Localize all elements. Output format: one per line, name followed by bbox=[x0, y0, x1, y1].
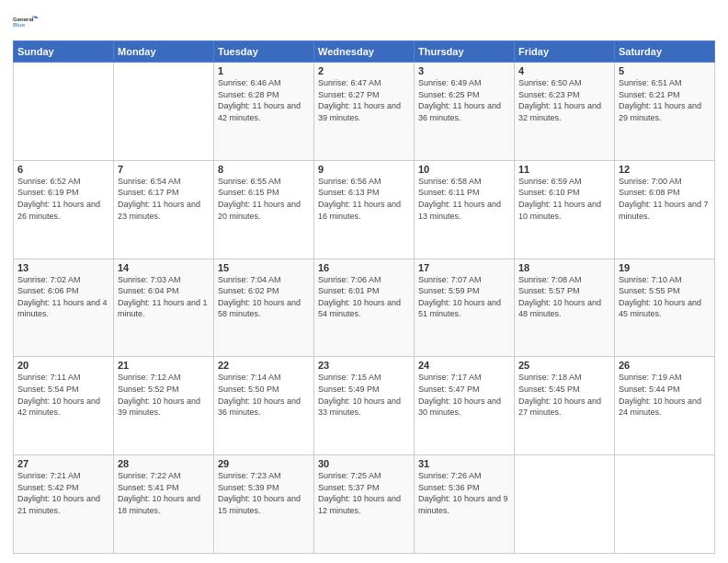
svg-text:General: General bbox=[13, 17, 34, 22]
day-info: Sunrise: 7:03 AM Sunset: 6:04 PM Dayligh… bbox=[118, 274, 210, 320]
day-number: 21 bbox=[118, 360, 210, 371]
day-number: 17 bbox=[418, 262, 510, 273]
day-info: Sunrise: 7:19 AM Sunset: 5:44 PM Dayligh… bbox=[619, 372, 711, 418]
day-info: Sunrise: 6:47 AM Sunset: 6:27 PM Dayligh… bbox=[318, 77, 410, 123]
calendar-cell: 3Sunrise: 6:49 AM Sunset: 6:25 PM Daylig… bbox=[415, 63, 515, 161]
calendar-cell: 1Sunrise: 6:46 AM Sunset: 6:28 PM Daylig… bbox=[214, 63, 314, 161]
page: GeneralBlue SundayMondayTuesdayWednesday… bbox=[0, 0, 728, 563]
calendar-cell: 25Sunrise: 7:18 AM Sunset: 5:45 PM Dayli… bbox=[515, 357, 615, 455]
calendar-cell: 28Sunrise: 7:22 AM Sunset: 5:41 PM Dayli… bbox=[114, 455, 214, 554]
day-info: Sunrise: 6:51 AM Sunset: 6:21 PM Dayligh… bbox=[619, 77, 711, 123]
weekday-header-friday: Friday bbox=[515, 41, 615, 63]
calendar-week-4: 20Sunrise: 7:11 AM Sunset: 5:54 PM Dayli… bbox=[14, 357, 715, 455]
day-number: 30 bbox=[318, 458, 410, 469]
day-info: Sunrise: 6:56 AM Sunset: 6:13 PM Dayligh… bbox=[318, 176, 410, 222]
logo-icon: GeneralBlue bbox=[13, 9, 39, 35]
day-number: 5 bbox=[619, 65, 711, 76]
day-number: 7 bbox=[118, 164, 210, 175]
day-info: Sunrise: 6:54 AM Sunset: 6:17 PM Dayligh… bbox=[118, 176, 210, 222]
day-number: 9 bbox=[318, 164, 410, 175]
day-info: Sunrise: 7:26 AM Sunset: 5:36 PM Dayligh… bbox=[418, 470, 510, 516]
day-info: Sunrise: 6:49 AM Sunset: 6:25 PM Dayligh… bbox=[418, 77, 510, 123]
calendar-cell: 30Sunrise: 7:25 AM Sunset: 5:37 PM Dayli… bbox=[314, 455, 415, 554]
day-number: 8 bbox=[218, 164, 310, 175]
day-info: Sunrise: 7:08 AM Sunset: 5:57 PM Dayligh… bbox=[518, 274, 610, 320]
calendar-week-5: 27Sunrise: 7:21 AM Sunset: 5:42 PM Dayli… bbox=[14, 455, 715, 554]
calendar-cell: 18Sunrise: 7:08 AM Sunset: 5:57 PM Dayli… bbox=[515, 259, 615, 357]
calendar-header: SundayMondayTuesdayWednesdayThursdayFrid… bbox=[14, 41, 715, 63]
day-number: 16 bbox=[318, 262, 410, 273]
weekday-header-monday: Monday bbox=[114, 41, 214, 63]
calendar-cell: 26Sunrise: 7:19 AM Sunset: 5:44 PM Dayli… bbox=[615, 357, 715, 455]
calendar-cell: 8Sunrise: 6:55 AM Sunset: 6:15 PM Daylig… bbox=[214, 160, 314, 259]
calendar-cell: 4Sunrise: 6:50 AM Sunset: 6:23 PM Daylig… bbox=[515, 63, 615, 161]
day-number: 28 bbox=[118, 458, 210, 469]
day-info: Sunrise: 7:14 AM Sunset: 5:50 PM Dayligh… bbox=[218, 372, 310, 418]
day-info: Sunrise: 6:52 AM Sunset: 6:19 PM Dayligh… bbox=[17, 176, 109, 222]
day-number: 4 bbox=[518, 65, 610, 76]
day-number: 6 bbox=[17, 164, 109, 175]
day-info: Sunrise: 7:11 AM Sunset: 5:54 PM Dayligh… bbox=[17, 372, 109, 418]
day-info: Sunrise: 6:58 AM Sunset: 6:11 PM Dayligh… bbox=[418, 176, 510, 222]
day-number: 27 bbox=[17, 458, 109, 469]
calendar-cell: 7Sunrise: 6:54 AM Sunset: 6:17 PM Daylig… bbox=[114, 160, 214, 259]
day-number: 3 bbox=[418, 65, 510, 76]
calendar-cell: 10Sunrise: 6:58 AM Sunset: 6:11 PM Dayli… bbox=[415, 160, 515, 259]
day-info: Sunrise: 6:46 AM Sunset: 6:28 PM Dayligh… bbox=[218, 77, 310, 123]
day-info: Sunrise: 7:00 AM Sunset: 6:08 PM Dayligh… bbox=[619, 176, 711, 222]
calendar-cell: 14Sunrise: 7:03 AM Sunset: 6:04 PM Dayli… bbox=[114, 259, 214, 357]
day-number: 25 bbox=[518, 360, 610, 371]
day-number: 29 bbox=[218, 458, 310, 469]
calendar-cell: 16Sunrise: 7:06 AM Sunset: 6:01 PM Dayli… bbox=[314, 259, 415, 357]
day-info: Sunrise: 7:17 AM Sunset: 5:47 PM Dayligh… bbox=[418, 372, 510, 418]
day-info: Sunrise: 7:07 AM Sunset: 5:59 PM Dayligh… bbox=[418, 274, 510, 320]
day-number: 24 bbox=[418, 360, 510, 371]
calendar-cell: 19Sunrise: 7:10 AM Sunset: 5:55 PM Dayli… bbox=[615, 259, 715, 357]
calendar-cell: 27Sunrise: 7:21 AM Sunset: 5:42 PM Dayli… bbox=[14, 455, 114, 554]
calendar-cell: 6Sunrise: 6:52 AM Sunset: 6:19 PM Daylig… bbox=[14, 160, 114, 259]
day-info: Sunrise: 7:18 AM Sunset: 5:45 PM Dayligh… bbox=[518, 372, 610, 418]
weekday-header-sunday: Sunday bbox=[14, 41, 114, 63]
calendar-cell: 22Sunrise: 7:14 AM Sunset: 5:50 PM Dayli… bbox=[214, 357, 314, 455]
day-number: 1 bbox=[218, 65, 310, 76]
day-info: Sunrise: 7:23 AM Sunset: 5:39 PM Dayligh… bbox=[218, 470, 310, 516]
calendar-cell: 9Sunrise: 6:56 AM Sunset: 6:13 PM Daylig… bbox=[314, 160, 415, 259]
weekday-header-wednesday: Wednesday bbox=[314, 41, 415, 63]
calendar-cell bbox=[114, 63, 214, 161]
day-number: 26 bbox=[619, 360, 711, 371]
day-number: 14 bbox=[118, 262, 210, 273]
weekday-header-row: SundayMondayTuesdayWednesdayThursdayFrid… bbox=[14, 41, 715, 63]
calendar-cell: 17Sunrise: 7:07 AM Sunset: 5:59 PM Dayli… bbox=[415, 259, 515, 357]
calendar-cell: 23Sunrise: 7:15 AM Sunset: 5:49 PM Dayli… bbox=[314, 357, 415, 455]
day-number: 20 bbox=[17, 360, 109, 371]
day-number: 31 bbox=[418, 458, 510, 469]
day-number: 23 bbox=[318, 360, 410, 371]
day-info: Sunrise: 6:55 AM Sunset: 6:15 PM Dayligh… bbox=[218, 176, 310, 222]
day-info: Sunrise: 7:10 AM Sunset: 5:55 PM Dayligh… bbox=[619, 274, 711, 320]
calendar-cell: 29Sunrise: 7:23 AM Sunset: 5:39 PM Dayli… bbox=[214, 455, 314, 554]
calendar-cell: 15Sunrise: 7:04 AM Sunset: 6:02 PM Dayli… bbox=[214, 259, 314, 357]
day-number: 13 bbox=[17, 262, 109, 273]
header: GeneralBlue bbox=[13, 9, 715, 35]
calendar-cell bbox=[615, 455, 715, 554]
day-info: Sunrise: 7:15 AM Sunset: 5:49 PM Dayligh… bbox=[318, 372, 410, 418]
day-info: Sunrise: 6:50 AM Sunset: 6:23 PM Dayligh… bbox=[518, 77, 610, 123]
calendar-table: SundayMondayTuesdayWednesdayThursdayFrid… bbox=[13, 40, 715, 554]
day-info: Sunrise: 7:06 AM Sunset: 6:01 PM Dayligh… bbox=[318, 274, 410, 320]
day-info: Sunrise: 7:12 AM Sunset: 5:52 PM Dayligh… bbox=[118, 372, 210, 418]
day-info: Sunrise: 7:25 AM Sunset: 5:37 PM Dayligh… bbox=[318, 470, 410, 516]
day-number: 12 bbox=[619, 164, 711, 175]
calendar-cell bbox=[14, 63, 114, 161]
day-info: Sunrise: 7:02 AM Sunset: 6:06 PM Dayligh… bbox=[17, 274, 109, 320]
day-info: Sunrise: 7:22 AM Sunset: 5:41 PM Dayligh… bbox=[118, 470, 210, 516]
calendar-cell: 11Sunrise: 6:59 AM Sunset: 6:10 PM Dayli… bbox=[515, 160, 615, 259]
weekday-header-thursday: Thursday bbox=[415, 41, 515, 63]
day-info: Sunrise: 6:59 AM Sunset: 6:10 PM Dayligh… bbox=[518, 176, 610, 222]
day-number: 15 bbox=[218, 262, 310, 273]
calendar-week-2: 6Sunrise: 6:52 AM Sunset: 6:19 PM Daylig… bbox=[14, 160, 715, 259]
day-number: 2 bbox=[318, 65, 410, 76]
calendar-cell: 24Sunrise: 7:17 AM Sunset: 5:47 PM Dayli… bbox=[415, 357, 515, 455]
day-info: Sunrise: 7:21 AM Sunset: 5:42 PM Dayligh… bbox=[17, 470, 109, 516]
day-number: 18 bbox=[518, 262, 610, 273]
day-number: 22 bbox=[218, 360, 310, 371]
